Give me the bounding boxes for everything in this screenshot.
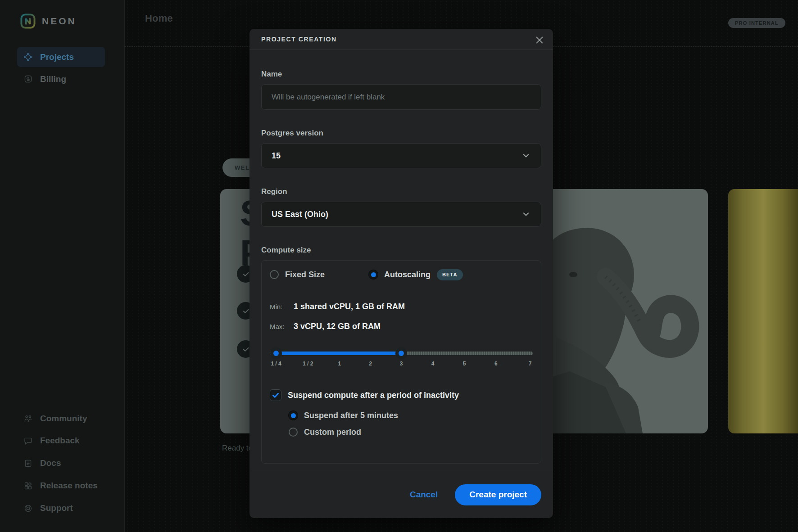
min-value: 1 shared vCPU, 1 GB of RAM: [294, 302, 405, 311]
compute-size-slider[interactable]: [270, 352, 533, 355]
suspend-checkbox-row: Suspend compute after a period of inacti…: [270, 389, 533, 401]
sidebar-item-label: Release notes: [40, 481, 98, 491]
tick-label: 1 / 4: [271, 361, 281, 367]
postgres-version-label: Postgres version: [261, 129, 541, 138]
community-icon: [23, 414, 33, 424]
tick-label: 1 / 2: [303, 361, 313, 367]
brand-wordmark: NEON: [42, 16, 77, 27]
chevron-down-icon: [521, 209, 531, 219]
create-project-button[interactable]: Create project: [455, 484, 541, 505]
custom-period-radio[interactable]: [289, 428, 298, 437]
min-label: Min:: [270, 303, 294, 311]
min-row: Min: 1 shared vCPU, 1 GB of RAM: [270, 301, 533, 312]
suspend-checkbox[interactable]: [270, 389, 281, 401]
feedback-icon: [23, 436, 33, 446]
sidebar-item-feedback[interactable]: Feedback: [17, 431, 116, 451]
tick-label: 5: [463, 361, 466, 367]
sidebar-item-label: Projects: [40, 52, 74, 62]
slider-fill: [276, 352, 401, 355]
max-label: Max:: [270, 323, 294, 330]
sidebar-item-community[interactable]: Community: [17, 409, 116, 428]
modal-body: Name Postgres version 15 Region US East …: [249, 70, 553, 464]
close-icon[interactable]: [533, 34, 546, 46]
chevron-down-icon: [521, 151, 531, 161]
modal-footer: Cancel Create project: [249, 471, 553, 518]
sidebar-item-label: Billing: [40, 74, 66, 84]
slider-min-handle[interactable]: [270, 347, 282, 359]
release-notes-icon: [23, 481, 33, 491]
brand-logo[interactable]: NEON: [20, 14, 77, 29]
modal-title: PROJECT CREATION: [261, 36, 337, 43]
sidebar-item-billing[interactable]: Billing: [17, 69, 105, 89]
custom-period-label: Custom period: [304, 428, 361, 437]
autoscaling-radio[interactable]: [369, 270, 378, 279]
cancel-button[interactable]: Cancel: [410, 490, 438, 500]
tick-label: 2: [369, 361, 372, 367]
autoscaling-label: Autoscaling: [384, 270, 431, 280]
suspend-after-5-radio[interactable]: [289, 411, 298, 420]
max-row: Max: 3 vCPU, 12 GB of RAM: [270, 321, 533, 332]
tick-label: 3: [400, 361, 403, 367]
sidebar-item-projects[interactable]: Projects: [17, 47, 105, 67]
plan-badge: PRO INTERNAL: [728, 18, 785, 28]
sidebar-item-label: Docs: [40, 458, 61, 468]
project-creation-modal: PROJECT CREATION Name Postgres version 1…: [249, 29, 553, 518]
modal-header: PROJECT CREATION: [249, 29, 553, 50]
sidebar-item-label: Community: [40, 414, 87, 424]
beta-badge: BETA: [437, 269, 463, 280]
billing-icon: [23, 74, 33, 84]
region-label: Region: [261, 187, 541, 196]
elephant-photo-card: [538, 189, 708, 433]
ready-caption: Ready to: [222, 444, 253, 453]
slider-max-handle[interactable]: [395, 347, 407, 359]
tick-label: 6: [494, 361, 498, 367]
compute-size-box: Fixed Size Autoscaling BETA Min: 1 share…: [261, 260, 541, 464]
projects-icon: [23, 52, 33, 62]
region-select[interactable]: US East (Ohio): [261, 202, 541, 227]
postgres-version-value: 15: [272, 151, 281, 161]
tick-label: 1: [338, 361, 341, 367]
suspend-after-5-option: Suspend after 5 minutes: [289, 411, 533, 420]
support-icon: [23, 504, 33, 513]
sidebar-item-release-notes[interactable]: Release notes: [17, 476, 116, 496]
sidebar-item-docs[interactable]: Docs: [17, 453, 116, 473]
sidebar-item-label: Feedback: [40, 436, 80, 446]
custom-period-option: Custom period: [289, 428, 533, 437]
region-value: US East (Ohio): [272, 210, 328, 219]
name-label: Name: [261, 70, 541, 79]
sidebar: NEON Projects Billing Community: [0, 0, 125, 532]
sidebar-item-support[interactable]: Support: [17, 498, 116, 518]
app-window: Home PRO INTERNAL WELCO SP Ready to: [0, 0, 798, 532]
suspend-after-5-label: Suspend after 5 minutes: [304, 411, 398, 420]
fixed-size-label: Fixed Size: [285, 270, 325, 280]
page-title: Home: [145, 13, 173, 24]
fixed-size-radio[interactable]: [270, 270, 279, 279]
elephant-image: [538, 189, 708, 433]
neon-logo-icon: [20, 14, 36, 29]
compute-size-label: Compute size: [261, 246, 541, 255]
suspend-checkbox-label: Suspend compute after a period of inacti…: [288, 391, 459, 400]
tick-label: 7: [529, 361, 532, 367]
project-name-input[interactable]: [261, 84, 541, 110]
tick-label: 4: [431, 361, 435, 367]
docs-icon: [23, 459, 33, 468]
gradient-card: [728, 189, 798, 433]
sidebar-item-label: Support: [40, 503, 73, 513]
postgres-version-select[interactable]: 15: [261, 143, 541, 168]
slider-tick-labels: 1 / 4 1 / 2 1 2 3 4 5 6 7: [270, 361, 533, 368]
max-value: 3 vCPU, 12 GB of RAM: [294, 322, 381, 331]
compute-mode-options: Fixed Size Autoscaling BETA: [270, 269, 533, 280]
